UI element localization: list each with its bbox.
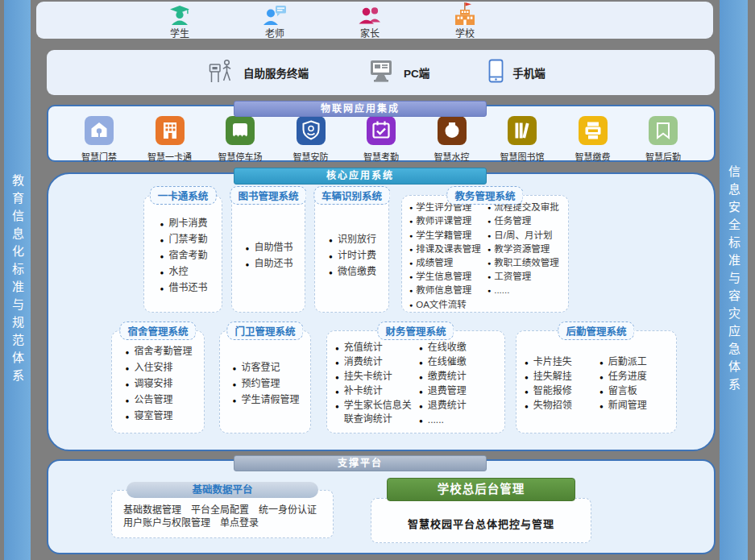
phone-icon	[487, 59, 504, 86]
attendance-icon	[367, 116, 396, 148]
feature-item: 卡片挂失	[523, 355, 595, 370]
device-label: 自助服务终端	[243, 64, 309, 81]
feature-item: 充值统计	[334, 341, 414, 355]
feature-item: 门禁考勤	[159, 232, 208, 248]
feature-item: 预约管理	[231, 376, 300, 392]
left-standards-text: 教育信息化标准与规范体系	[9, 174, 26, 387]
feature-item: 自助还书	[244, 256, 293, 272]
feature-item: 挂失卡统计	[334, 370, 414, 384]
iot-item-label: 智慧后勤	[645, 150, 681, 163]
system-card: 宿舍管理系统宿舍考勤管理入住安排调寝安排公告管理寝室管理	[111, 330, 205, 433]
iot-item-label: 智慧一卡通	[147, 150, 192, 163]
support-platform-section: 支撑平台 基础数据平台 基础数据管理 平台全局配置 统一身份认证 用户账户与权限…	[47, 459, 716, 554]
user-label: 学校	[455, 26, 475, 39]
feature-item: 消费统计	[334, 355, 414, 370]
system-card-title: 图书管理系统	[230, 186, 306, 205]
iot-item: 智慧一卡通	[139, 116, 201, 163]
feature-column: 卡片挂失挂失解挂智能报修失物招领	[523, 355, 595, 413]
school-admin-card: 学校总后台管理 智慧校园平台总体把控与管理	[371, 498, 591, 543]
system-card: 门卫管理系统访客登记预约管理学生请假管理	[219, 330, 311, 433]
system-card-features: 卡片挂失挂失解挂智能报修失物招领后勤派工任务进度留言板新闻管理	[516, 347, 676, 417]
device-item: 手机端	[487, 59, 546, 86]
device-label: PC端	[404, 64, 429, 81]
system-card-features: 识别放行计时计费微信缴费	[315, 224, 388, 284]
feature-item: 刷卡消费	[159, 216, 208, 232]
feature-item: 水控	[159, 264, 208, 280]
system-card-features: 充值统计消费统计挂失卡统计补卡统计学生家长信息关联查询统计在线收缴在线催缴缴费统…	[327, 333, 504, 431]
iot-item-label: 智慧图书馆	[500, 150, 545, 163]
student-icon	[168, 4, 191, 26]
parking-icon	[226, 116, 255, 148]
feature-item: 学生家长信息关联查询统计	[334, 399, 414, 426]
library-icon	[508, 116, 537, 148]
right-standards-bar: 信息安全标准与容灾应急体系	[720, 0, 748, 560]
system-card-title: 财务管理系统	[377, 321, 454, 340]
feature-item: 借书还书	[159, 280, 208, 297]
core-systems-section: 核心应用系统 一卡通系统刷卡消费门禁考勤宿舍考勤水控借书还书图书管理系统自助借书…	[47, 172, 716, 451]
feature-item: 微信缴费	[327, 264, 376, 280]
user-roles-panel: 学生老师家长学校	[36, 2, 713, 39]
support-section-banner: 支撑平台	[234, 455, 487, 471]
school-icon	[453, 4, 477, 26]
system-card: 图书管理系统自助借书自助还书	[231, 195, 305, 313]
system-card-features: 自助借书自助还书	[232, 232, 305, 276]
feature-item: 学生学籍管理	[409, 229, 483, 243]
iot-item: 智慧门禁	[68, 116, 131, 163]
feature-column: 访客登记预约管理学生请假管理	[231, 360, 300, 409]
iot-item-label: 智慧门禁	[81, 150, 117, 163]
system-card: 一卡通系统刷卡消费门禁考勤宿舍考勤水控借书还书	[143, 195, 222, 313]
feature-item: 挂失解挂	[523, 370, 595, 384]
system-card-features: 访客登记预约管理学生请假管理	[220, 352, 310, 412]
feature-item: 教师信息管理	[409, 284, 483, 297]
feature-item: 排课及课表管理	[409, 243, 483, 256]
security-icon	[297, 116, 326, 148]
feature-item: 任务管理	[487, 214, 562, 228]
user-item: 老师	[246, 4, 304, 39]
feature-item: 留言板	[598, 384, 670, 399]
water-icon	[438, 116, 467, 148]
system-card-features: 刷卡消费门禁考勤宿舍考勤水控借书还书	[144, 208, 222, 300]
feature-item: 任务进度	[598, 370, 670, 384]
feature-item: 自助借书	[244, 240, 293, 256]
feature-item: 新闻管理	[598, 399, 670, 413]
iot-item: 智慧安防	[280, 116, 342, 163]
core-section-banner: 核心应用系统	[234, 168, 487, 185]
feature-item: 入住安排	[124, 360, 193, 376]
device-item: 自助服务终端	[208, 57, 309, 88]
iot-item-label: 智慧水控	[434, 150, 470, 163]
system-card-title: 门卫管理系统	[226, 321, 303, 340]
feature-item: 教职工绩效管理	[487, 256, 562, 270]
feature-item: 缴费统计	[417, 370, 498, 384]
feature-item: 学生信息管理	[409, 270, 483, 284]
device-label: 手机端	[512, 64, 546, 81]
feature-item: 宿舍考勤管理	[124, 344, 193, 360]
base-data-platform-title: 基础数据平台	[127, 482, 318, 498]
system-card: 教务管理系统学生评分管理教师评课管理学生学籍管理排课及课表管理成绩管理学生信息管…	[401, 195, 569, 313]
parents-icon	[358, 4, 382, 26]
kiosk-icon	[208, 57, 235, 88]
feature-item: 退费统计	[417, 399, 498, 413]
feature-item: 计时计费	[327, 248, 376, 264]
left-standards-bar: 教育信息化标准与规范体系	[4, 0, 31, 560]
user-item: 学校	[436, 4, 494, 39]
user-item: 家长	[341, 4, 399, 39]
client-devices-panel: 自助服务终端PC端手机端	[47, 50, 715, 95]
iot-item-label: 智慧考勤	[363, 150, 399, 163]
user-label: 学生	[170, 26, 189, 39]
feature-item: 在线催缴	[417, 355, 498, 370]
feature-column: 流程提交及审批任务管理日/周、月计划教学资源管理教职工绩效管理工资管理.....…	[487, 201, 562, 312]
feature-item: 学生请假管理	[231, 392, 300, 409]
feature-item: 工资管理	[487, 270, 562, 284]
feature-column: 在线收缴在线催缴缴费统计退费管理退费统计......	[417, 341, 498, 428]
system-card-title: 教务管理系统	[446, 186, 523, 205]
iot-item-label: 智慧停车场	[218, 150, 263, 163]
feature-item: 成绩管理	[409, 256, 483, 270]
iot-item-label: 智慧缴费	[575, 150, 611, 163]
feature-column: 刷卡消费门禁考勤宿舍考勤水控借书还书	[159, 216, 208, 297]
iot-item: 智慧图书馆	[491, 116, 554, 163]
system-card-title: 后勤管理系统	[558, 321, 634, 340]
base-platform-line2: 用户账户与权限管理 单点登录	[123, 516, 333, 529]
feature-column: 宿舍考勤管理入住安排调寝安排公告管理寝室管理	[124, 344, 193, 425]
feature-item: OA文件流转	[409, 298, 483, 312]
system-card-features: 宿舍考勤管理入住安排调寝安排公告管理寝室管理	[112, 336, 204, 428]
